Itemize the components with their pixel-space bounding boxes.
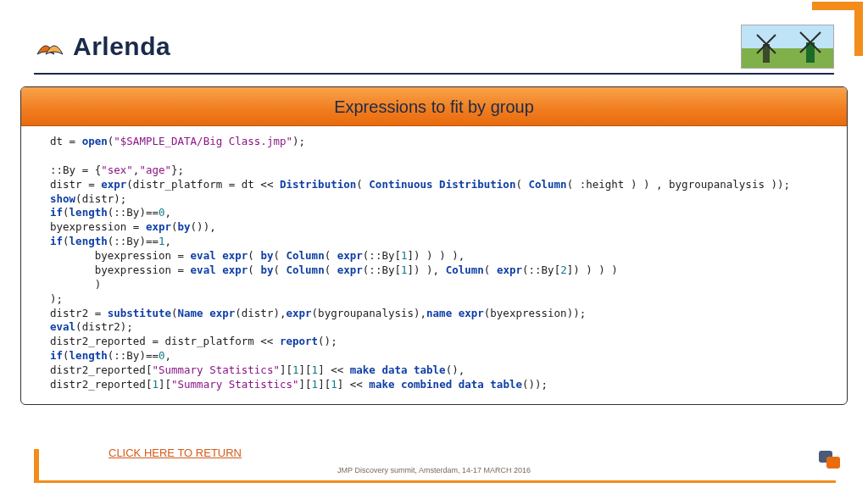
windmill-icon (796, 29, 825, 63)
svg-line-7 (810, 32, 821, 42)
svg-line-1 (757, 35, 766, 44)
footer-note: JMP Discovery summit, Amsterdam, 14-17 M… (0, 466, 868, 474)
corner-accent-bottom (39, 480, 836, 483)
header: Arlenda (34, 24, 834, 75)
windmill-icon (754, 32, 779, 63)
slide-stack-icon (819, 451, 843, 471)
slide: Arlenda Expressions to fit by group dt =… (0, 0, 868, 488)
brand-logo: Arlenda (34, 32, 170, 61)
header-photo-windmills (741, 25, 834, 69)
panel-title: Expressions to fit by group (21, 87, 847, 126)
corner-accent-top-right (854, 5, 863, 56)
content-panel: Expressions to fit by group dt = open("$… (20, 86, 848, 405)
brand-mark-icon (34, 34, 66, 59)
svg-line-2 (766, 35, 776, 44)
code-block: dt = open("$SAMPLE_DATA/Big Class.jmp");… (21, 126, 847, 404)
return-link[interactable]: CLICK HERE TO RETURN (108, 446, 242, 459)
svg-line-6 (800, 32, 810, 42)
brand-name: Arlenda (73, 32, 170, 61)
